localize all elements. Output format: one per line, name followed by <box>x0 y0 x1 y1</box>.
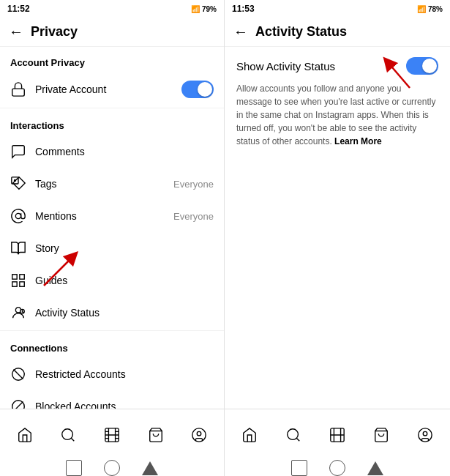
left-scroll-area: Account Privacy Private Account Interact… <box>0 47 224 409</box>
comment-icon <box>10 144 26 160</box>
right-gesture-square <box>291 460 307 476</box>
menu-item-blocked-accounts[interactable]: Blocked Accounts <box>0 390 224 409</box>
right-content-area: Show Activity Status Allow accounts you … <box>225 47 450 409</box>
svg-line-13 <box>14 402 23 409</box>
right-gesture-triangle <box>367 461 383 475</box>
story-label: Story <box>35 242 214 254</box>
right-nav-home[interactable] <box>236 423 263 447</box>
gesture-square <box>66 460 82 476</box>
menu-item-tags[interactable]: Tags Everyone <box>0 168 224 200</box>
activity-status-icon <box>10 305 26 321</box>
left-nav-home[interactable] <box>11 423 39 447</box>
private-account-toggle[interactable] <box>181 81 214 98</box>
left-top-bar: ← Privacy <box>0 18 224 47</box>
right-battery: 78% <box>428 5 443 13</box>
svg-point-16 <box>62 428 73 439</box>
menu-item-restricted-accounts[interactable]: Restricted Accounts <box>0 358 224 390</box>
left-status-bar: 11:52 📶 79% <box>0 0 224 18</box>
section-account-privacy: Account Privacy <box>0 47 224 72</box>
svg-point-2 <box>15 180 16 182</box>
menu-item-comments[interactable]: Comments <box>0 135 224 168</box>
right-gesture-circle <box>329 460 345 476</box>
tags-value: Everyone <box>173 179 214 190</box>
left-time: 11:52 <box>7 4 30 14</box>
menu-item-private-account[interactable]: Private Account <box>0 72 224 106</box>
restricted-accounts-label: Restricted Accounts <box>35 368 214 380</box>
svg-point-27 <box>423 431 427 436</box>
at-icon <box>10 208 26 224</box>
left-status-icons: 📶 79% <box>191 5 217 13</box>
svg-line-17 <box>72 438 75 441</box>
lock-icon <box>10 81 26 97</box>
mentions-value: Everyone <box>173 211 214 222</box>
left-nav-reels[interactable] <box>98 423 126 447</box>
story-icon <box>10 240 26 256</box>
svg-point-20 <box>192 428 206 441</box>
guides-icon <box>10 272 26 289</box>
right-time: 11:53 <box>232 4 255 14</box>
left-gesture-bar <box>0 460 224 476</box>
show-activity-label: Show Activity Status <box>236 60 335 72</box>
mentions-label: Mentions <box>35 210 165 222</box>
tags-label: Tags <box>35 178 165 190</box>
right-nav-profile[interactable] <box>411 423 439 447</box>
svg-rect-7 <box>20 282 24 286</box>
activity-status-label: Activity Status <box>35 307 214 319</box>
left-bottom-nav <box>0 409 224 460</box>
svg-line-23 <box>296 438 299 441</box>
right-gesture-bar <box>225 460 450 476</box>
show-activity-toggle[interactable] <box>406 57 438 75</box>
restricted-icon <box>10 366 26 382</box>
left-nav-search[interactable] <box>54 423 82 447</box>
svg-point-21 <box>197 431 201 436</box>
blocked-icon <box>10 398 26 409</box>
right-status-bar: 11:53 📶 78% <box>225 0 450 18</box>
private-account-label: Private Account <box>35 83 173 95</box>
svg-rect-5 <box>20 275 24 279</box>
gesture-triangle <box>142 461 158 475</box>
left-panel: 11:52 📶 79% ← Privacy Account Privacy Pr… <box>0 0 225 476</box>
menu-item-story[interactable]: Story <box>0 232 224 264</box>
svg-point-22 <box>288 428 299 439</box>
right-bottom-nav <box>225 409 450 460</box>
right-nav-reels[interactable] <box>323 423 351 447</box>
learn-more-link[interactable]: Learn More <box>334 136 382 146</box>
section-connections: Connections <box>0 332 224 358</box>
svg-line-11 <box>14 370 23 379</box>
menu-item-guides[interactable]: Guides <box>0 264 224 297</box>
menu-item-mentions[interactable]: Mentions Everyone <box>0 200 224 232</box>
comments-label: Comments <box>35 146 214 157</box>
activity-description: Allow accounts you follow and anyone you… <box>236 82 438 148</box>
svg-rect-6 <box>12 282 17 286</box>
gesture-circle <box>104 460 120 476</box>
left-battery: 79% <box>202 5 217 13</box>
guides-label: Guides <box>35 275 214 286</box>
right-panel: 11:53 📶 78% ← Activity Status Show Activ… <box>225 0 450 476</box>
blocked-accounts-label: Blocked Accounts <box>35 401 214 409</box>
right-nav-shop[interactable] <box>367 423 395 447</box>
svg-point-3 <box>15 213 20 218</box>
right-page-title: Activity Status <box>255 24 347 40</box>
svg-rect-4 <box>12 275 17 279</box>
left-page-title: Privacy <box>31 24 78 40</box>
left-back-button[interactable]: ← <box>9 23 23 40</box>
menu-item-activity-status[interactable]: Activity Status <box>0 297 224 329</box>
right-status-icons: 📶 78% <box>417 5 443 13</box>
right-back-button[interactable]: ← <box>233 23 248 40</box>
svg-point-26 <box>419 428 432 441</box>
show-activity-toggle-row: Show Activity Status <box>236 57 438 75</box>
left-nav-profile[interactable] <box>185 423 213 447</box>
left-nav-shop[interactable] <box>142 423 170 447</box>
section-interactions: Interactions <box>0 110 224 135</box>
tag-icon <box>10 176 26 192</box>
right-top-bar: ← Activity Status <box>225 18 450 47</box>
svg-rect-0 <box>12 89 25 96</box>
right-nav-search[interactable] <box>280 423 307 447</box>
